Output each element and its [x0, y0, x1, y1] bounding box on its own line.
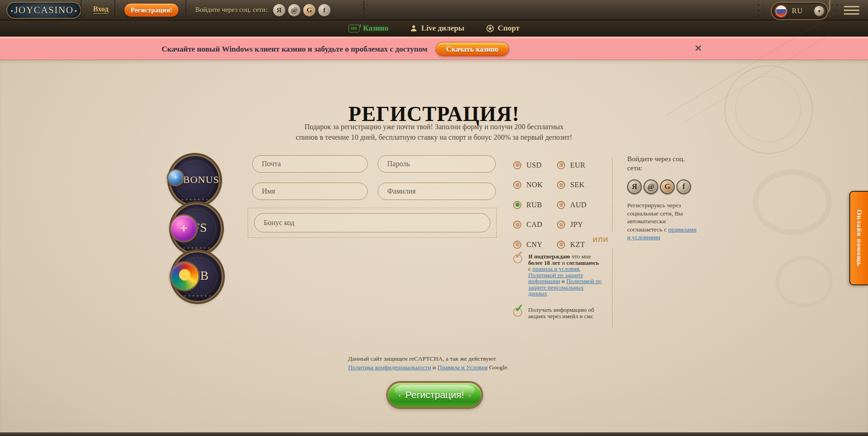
nav-tab-casino[interactable]: $$$ Казино: [348, 24, 389, 33]
main-nav: $$$ Казино Live дилеры Спорт: [0, 21, 868, 37]
google-icon[interactable]: G: [660, 179, 675, 194]
logo[interactable]: JOYCASINO: [6, 2, 81, 19]
facebook-icon[interactable]: f: [676, 179, 691, 194]
freespins-orb-icon: +: [170, 214, 198, 242]
register-button[interactable]: Регистрация!: [124, 3, 179, 17]
terms-text: Я подтверждаю что мне более 18 лет и сог…: [528, 253, 603, 297]
online-help-tab[interactable]: Онлайн помощь: [849, 191, 868, 285]
currency-option-cad[interactable]: CAD: [513, 215, 557, 235]
last-name-field[interactable]: [378, 183, 496, 200]
submit-registration-button[interactable]: ‹ Регистрация! ›: [387, 382, 483, 408]
panel-seam: [182, 0, 190, 21]
currency-option-nok[interactable]: NOK: [513, 175, 557, 195]
panel-seam: [111, 0, 119, 21]
page-subtitle: Подарок за регистрацию уже почти твой! З…: [0, 121, 868, 142]
currency-option-rub[interactable]: RUB: [513, 195, 557, 215]
promo-text: Получать информацию об акциях через имей…: [528, 307, 603, 319]
nav-tab-sport[interactable]: Спорт: [486, 24, 520, 33]
download-casino-button[interactable]: Скачать казино: [436, 42, 509, 56]
radio-icon: [513, 181, 521, 189]
freespins-badge: FS +: [172, 205, 221, 253]
stain-decoration: [753, 169, 832, 235]
soccer-ball-icon: [486, 25, 494, 32]
rivets: [832, 3, 842, 18]
currency-option-sek[interactable]: SEK: [557, 175, 601, 195]
google-icon[interactable]: G: [302, 3, 316, 17]
radio-icon: [513, 201, 521, 209]
close-icon[interactable]: ✕: [694, 43, 702, 54]
first-name-field[interactable]: [252, 183, 368, 200]
header-social-icons: Я @ G f: [272, 3, 331, 17]
facebook-icon[interactable]: f: [317, 3, 331, 17]
nav-tab-live-dealers[interactable]: Live дилеры: [410, 24, 464, 33]
check-icon: ✓: [515, 303, 524, 314]
bonus-code-field[interactable]: [254, 213, 490, 232]
menu-icon[interactable]: [844, 6, 859, 15]
promo-checkbox-row[interactable]: ✓ Получать информацию об акциях через им…: [513, 307, 607, 319]
slot-machine-icon: $$$: [348, 25, 359, 32]
mailru-icon[interactable]: @: [644, 179, 658, 194]
bonus-orb-icon: +: [167, 169, 184, 186]
social-login-icons: Я @ G f: [627, 179, 697, 194]
radio-icon: [557, 201, 565, 209]
password-field[interactable]: [378, 155, 496, 173]
social-login-heading: Войдите через соц. сети:: [627, 154, 697, 173]
chevron-down-icon[interactable]: ▾: [814, 5, 825, 16]
football-orb-icon: [170, 261, 200, 291]
social-login-column: Войдите через соц. сети: Я @ G f Регистр…: [627, 154, 697, 242]
radio-icon: [513, 221, 521, 229]
recaptcha-note: Данный сайт защищен reCAPTCHA, а так же …: [348, 354, 521, 372]
arrow-right-icon: ›: [468, 391, 471, 399]
dealer-icon: [410, 25, 417, 32]
header-social-prompt: Войдите через соц. сети:: [195, 6, 267, 14]
online-help-label: Онлайн помощь: [855, 210, 863, 266]
email-field[interactable]: [252, 155, 368, 173]
radio-icon: [513, 241, 521, 249]
login-link[interactable]: Вход: [93, 5, 108, 13]
google-terms-link[interactable]: Правила и Условия: [437, 364, 488, 371]
panel-seam: [78, 0, 85, 21]
yandex-icon[interactable]: Я: [627, 179, 642, 194]
nav-tab-label: Спорт: [498, 24, 520, 33]
mailru-icon[interactable]: @: [287, 3, 301, 17]
currency-option-eur[interactable]: EUR: [557, 155, 601, 175]
joycasino-registration-page: JOYCASINO Вход Регистрация! Войдите чере…: [0, 0, 868, 436]
currency-option-jpy[interactable]: JPY: [557, 215, 601, 235]
top-bar: JOYCASINO Вход Регистрация! Войдите чере…: [0, 0, 868, 21]
banner-text: Скачайте новый Windows клиент казино и з…: [161, 45, 427, 54]
bonus-badge: BONUS +: [171, 156, 219, 205]
nav-tab-label: Live дилеры: [421, 24, 464, 33]
registration-section: РЕГИСТРАЦИЯ! Подарок за регистрацию уже …: [0, 60, 868, 432]
radio-icon: [557, 181, 565, 189]
rivets: [754, 3, 764, 18]
russian-flag-icon: [774, 5, 788, 18]
radio-icon: [557, 221, 565, 229]
panel-seam: [360, 0, 368, 21]
yandex-icon[interactable]: Я: [272, 3, 286, 17]
subtitle-line: спинов в течение 10 дней, бесплатную ста…: [0, 132, 868, 142]
terms-checkbox-row[interactable]: ✓ Я подтверждаю что мне более 18 лет и с…: [513, 253, 607, 297]
radio-icon: [513, 161, 521, 169]
download-banner: Скачайте новый Windows клиент казино и з…: [0, 37, 868, 60]
or-label: ИЛИ: [587, 236, 608, 243]
stain-decoration: [775, 256, 833, 307]
language-code: RU: [792, 7, 803, 15]
logo-text: JOYCASINO: [14, 5, 73, 16]
subtitle-line: Подарок за регистрацию уже почти твой! З…: [0, 121, 868, 132]
radio-icon: [557, 241, 565, 249]
freebet-badge: FB: [173, 252, 222, 301]
currency-option-usd[interactable]: USD: [513, 155, 557, 175]
arrow-left-icon: ‹: [399, 391, 401, 399]
language-selector[interactable]: RU ▾: [771, 2, 828, 20]
divider: [612, 158, 613, 232]
social-login-note: Регистрируясь через социальные сети, Вы …: [627, 201, 697, 242]
currency-option-aud[interactable]: AUD: [557, 195, 601, 215]
footer-strip: [0, 432, 868, 436]
privacy-policy-link[interactable]: Политика конфиденциальности: [348, 364, 431, 371]
nav-tab-label: Казино: [363, 24, 389, 33]
radio-icon: [557, 161, 565, 169]
check-icon: ✓: [515, 249, 524, 260]
divider: [612, 249, 613, 328]
